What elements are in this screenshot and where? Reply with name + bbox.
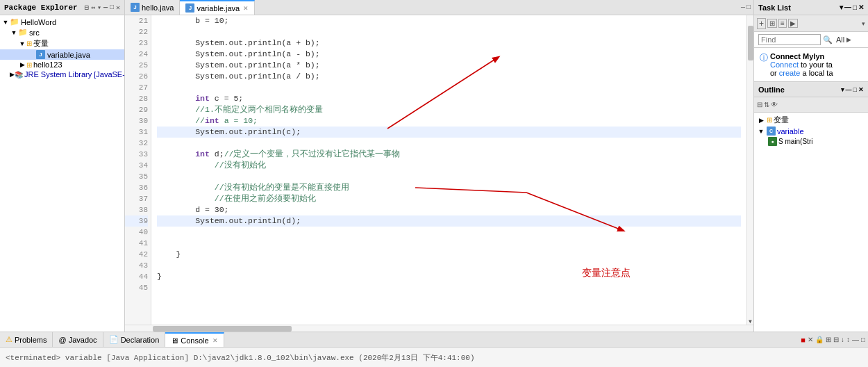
code-line-21: b = 10;: [157, 15, 741, 26]
code-line-42: }: [157, 249, 741, 260]
task-toolbar: + ⊞ ≡ ▶ ▾: [754, 15, 868, 32]
task-search-input[interactable]: [758, 34, 821, 45]
task-icon2[interactable]: ⊞: [767, 19, 777, 28]
code-line-26: System.out.println(a / b);: [157, 71, 741, 82]
link-with-editor-icon[interactable]: ⇔: [91, 3, 95, 12]
maximize-icon[interactable]: □: [110, 3, 114, 12]
task-minimize-icon[interactable]: —: [844, 3, 851, 11]
outline-hide-icon[interactable]: 👁: [771, 101, 778, 108]
outline-title-bar: Outline ▾ — □ ✕: [754, 82, 868, 97]
console-icon: 🖥: [171, 336, 178, 345]
tab-javadoc[interactable]: @ Javadoc: [53, 332, 103, 347]
outline-minimize-icon[interactable]: —: [846, 86, 852, 93]
outline-method-icon: ●: [768, 137, 777, 146]
code-line-43: [157, 260, 741, 271]
code-line-30: //int a = 10;: [157, 115, 741, 127]
vertical-scrollbar[interactable]: ▼: [746, 15, 753, 325]
code-line-35: [157, 171, 741, 182]
outline-close-icon[interactable]: ✕: [858, 86, 864, 93]
task-search-area: 🔍 All ▶: [754, 32, 868, 48]
outline-panel: Outline ▾ — □ ✕ ⊟ ⇅ 👁: [754, 82, 868, 332]
outline-maximize-icon[interactable]: □: [853, 86, 857, 93]
tree-item-jre[interactable]: ▶ 📚 JRE System Library [JavaSE-1.8]: [0, 70, 124, 79]
outline-package-icon: ⊞: [767, 116, 772, 124]
code-line-23: System.out.println(a + b);: [157, 38, 741, 49]
task-all-dropdown-icon[interactable]: ▶: [846, 36, 851, 43]
code-line-39: System.out.println(d);: [157, 215, 741, 227]
code-line-33: int d;//定义一个变量，只不过没有让它指代某一事物: [157, 149, 741, 160]
collapse-all-icon[interactable]: ⊟: [85, 3, 89, 12]
editor-area: J hello.java J variable.java ✕ — □ 2: [125, 0, 753, 332]
tab-declaration[interactable]: 📄 Declaration: [103, 332, 166, 347]
outline-view-menu-icon[interactable]: ▾: [841, 86, 844, 93]
code-line-36: //没有初始化的变量是不能直接使用: [157, 182, 741, 193]
console-icon5[interactable]: ↕: [846, 336, 850, 343]
outline-item-main[interactable]: ● S main(Stri: [754, 136, 868, 147]
code-line-31: System.out.println(c);: [157, 127, 741, 138]
view-menu-icon[interactable]: ▾: [97, 3, 101, 12]
right-panel: Task List ▾ — □ ✕ + ⊞ ≡ ▶ ▾ 🔍: [753, 0, 868, 332]
console-minimize-icon[interactable]: —: [852, 336, 859, 343]
console-output: <terminated> variable [Java Application]…: [0, 348, 868, 367]
tab-hello[interactable]: J hello.java: [125, 0, 180, 15]
console-toolbar-icons: ■ ✕ 🔒 ⊞ ⊟ ↓ ↕ — □: [798, 332, 868, 347]
code-line-24: System.out.println(a - b);: [157, 49, 741, 60]
code-line-40: [157, 227, 741, 238]
editor-maximize-icon[interactable]: □: [746, 3, 751, 11]
outline-item-bianliang[interactable]: ▶ ⊞ 变量: [754, 114, 868, 126]
console-clear-icon[interactable]: ✕: [808, 336, 813, 343]
code-editor[interactable]: 21 22 23 24 25 26 27 28 29 30 31 32 33 3…: [125, 15, 753, 325]
task-icon3[interactable]: ≡: [778, 19, 787, 28]
outline-sort-icon[interactable]: ⇅: [764, 101, 769, 108]
close-icon[interactable]: ✕: [116, 3, 120, 12]
editor-minimize-icon[interactable]: —: [741, 3, 745, 11]
tab-console-close-icon[interactable]: ✕: [212, 337, 218, 344]
task-all-label: All: [836, 35, 844, 44]
tree-item-bianliang[interactable]: ▼ ⊞ 变量: [0, 38, 124, 49]
task-close-icon[interactable]: ✕: [858, 3, 864, 11]
tree-item-src[interactable]: ▼ 📁 src: [0, 27, 124, 38]
code-line-28: int c = 5;: [157, 93, 741, 104]
line-numbers: 21 22 23 24 25 26 27 28 29 30 31 32 33 3…: [125, 15, 151, 325]
outline-item-variable[interactable]: ▼ C variable: [754, 126, 868, 136]
task-list-title: Task List ▾ — □ ✕: [754, 0, 868, 15]
horizontal-scrollbar[interactable]: [125, 325, 753, 332]
connect-link[interactable]: Connect: [770, 60, 799, 69]
scroll-down-arrow[interactable]: ▼: [747, 318, 753, 325]
code-line-32: [157, 138, 741, 149]
editor-tabs: J hello.java J variable.java ✕ — □: [125, 0, 753, 15]
console-icon3[interactable]: ⊟: [833, 336, 839, 343]
tab-problems[interactable]: ⚠ Problems: [0, 332, 53, 347]
code-line-37: //在使用之前必须要初始化: [157, 193, 741, 204]
tree-item-helloword[interactable]: ▼ 📁 HelloWord: [0, 17, 124, 27]
console-icon4[interactable]: ↓: [841, 336, 844, 343]
task-icon4[interactable]: ▶: [788, 19, 798, 28]
code-line-34: //没有初始化: [157, 160, 741, 171]
code-lines[interactable]: b = 10; System.out.println(a + b); Syste…: [151, 15, 746, 325]
code-line-44: }: [157, 271, 741, 282]
code-line-45: [157, 282, 741, 293]
tab-variable[interactable]: J variable.java ✕: [180, 0, 255, 15]
tree-item-hello123[interactable]: ▶ ⊞ hello123: [0, 60, 124, 70]
console-maximize-icon[interactable]: □: [861, 336, 865, 343]
console-icon2[interactable]: ⊞: [826, 336, 831, 343]
task-search-icon[interactable]: 🔍: [823, 35, 833, 44]
outline-class-icon: C: [767, 127, 776, 136]
create-link[interactable]: create: [779, 69, 801, 77]
new-task-icon[interactable]: +: [757, 18, 766, 29]
outline-collapse-icon[interactable]: ⊟: [757, 101, 762, 108]
task-maximize-icon[interactable]: □: [853, 3, 857, 11]
task-view-menu-icon[interactable]: ▾: [840, 3, 843, 11]
minimize-icon[interactable]: —: [103, 3, 108, 12]
tree-item-variable[interactable]: J variable.java: [0, 49, 124, 60]
bottom-tabs-bar: ⚠ Problems @ Javadoc 📄 Declaration 🖥 Con…: [0, 332, 868, 348]
code-line-22: [157, 26, 741, 38]
console-scroll-lock-icon[interactable]: 🔒: [815, 336, 824, 343]
task-expand-icon[interactable]: ▾: [862, 20, 865, 27]
outline-toolbar: ⊟ ⇅ 👁: [754, 97, 868, 113]
console-terminate-icon[interactable]: ■: [801, 336, 806, 344]
tab-close-icon[interactable]: ✕: [243, 5, 249, 12]
tab-console[interactable]: 🖥 Console ✕: [165, 332, 224, 347]
code-line-25: System.out.println(a * b);: [157, 60, 741, 71]
code-line-27: [157, 82, 741, 93]
